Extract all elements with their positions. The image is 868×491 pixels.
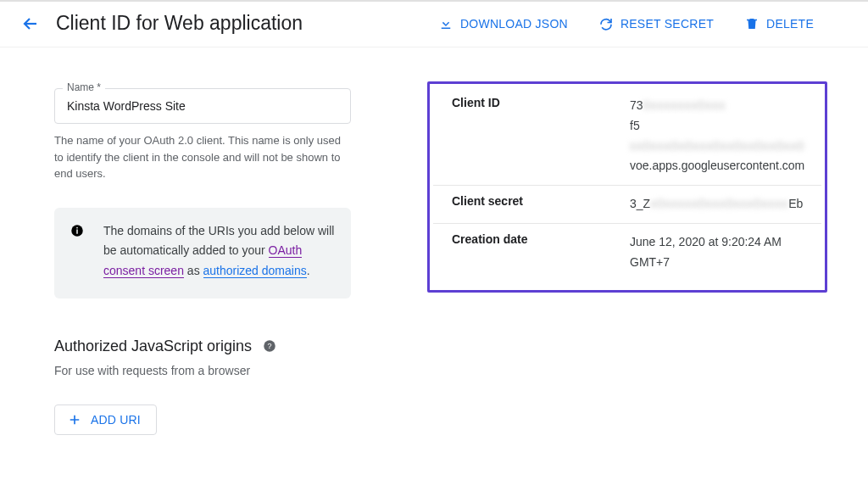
top-bar: Client ID for Web application DOWNLOAD J… (0, 0, 868, 47)
creation-date-row: Creation date June 12, 2020 at 9:20:24 A… (433, 223, 821, 282)
origins-title: Authorized JavaScript origins (54, 338, 252, 355)
authorized-domains-link[interactable]: authorized domains (203, 264, 307, 278)
svg-text:?: ? (268, 342, 272, 350)
add-uri-button[interactable]: ADD URI (54, 405, 157, 435)
content: Name * The name of your OAuth 2.0 client… (0, 47, 868, 435)
origins-title-row: Authorized JavaScript origins ? (54, 338, 351, 355)
client-id-label: Client ID (452, 96, 630, 109)
delete-button[interactable]: DELETE (744, 16, 814, 31)
refresh-icon (598, 16, 614, 31)
reset-secret-label: RESET SECRET (620, 17, 714, 31)
client-secret-row: Client secret 3_Zx0xxxxx0xxx0xxx0xxxxEb (433, 185, 821, 223)
help-icon[interactable]: ? (262, 338, 277, 354)
origins-subtitle: For use with requests from a browser (54, 364, 351, 377)
action-bar: DOWNLOAD JSON RESET SECRET DELETE (438, 16, 848, 31)
back-button[interactable] (20, 14, 41, 34)
name-input[interactable] (54, 88, 351, 124)
info-mid: as (184, 264, 203, 277)
svg-rect-2 (76, 226, 78, 228)
page-title: Client ID for Web application (56, 12, 303, 35)
client-secret-label: Client secret (452, 194, 630, 208)
creation-date-value: June 12, 2020 at 9:20:24 AM GMT+7 (630, 232, 808, 273)
name-label: Name * (63, 81, 105, 93)
trash-icon (744, 16, 760, 31)
add-uri-label: ADD URI (91, 413, 141, 427)
svg-rect-1 (76, 229, 78, 233)
arrow-left-icon (20, 14, 41, 34)
right-column: Client ID 730xxxxxxx0xxx f5xx0xxx0x0xxx0… (427, 81, 848, 293)
name-field: Name * (54, 88, 351, 124)
info-suffix: . (307, 264, 310, 277)
info-message: The domains of the URIs you add below wi… (103, 221, 336, 282)
left-column: Name * The name of your OAuth 2.0 client… (54, 81, 351, 435)
credentials-panel: Client ID 730xxxxxxx0xxx f5xx0xxx0x0xxx0… (427, 81, 827, 293)
plus-icon (67, 412, 82, 427)
client-id-row: Client ID 730xxxxxxx0xxx f5xx0xxx0x0xxx0… (433, 92, 821, 185)
info-box: The domains of the URIs you add below wi… (54, 208, 351, 299)
client-id-value: 730xxxxxxx0xxx f5xx0xxx0x0xxx0xx0xx0xx0x… (630, 96, 808, 176)
delete-label: DELETE (766, 17, 814, 31)
download-json-button[interactable]: DOWNLOAD JSON (438, 16, 568, 31)
download-json-label: DOWNLOAD JSON (460, 17, 568, 31)
name-helper: The name of your OAuth 2.0 client. This … (54, 132, 351, 182)
creation-date-label: Creation date (452, 232, 630, 246)
download-icon (438, 16, 453, 31)
client-secret-value: 3_Zx0xxxxx0xxx0xxx0xxxxEb (630, 194, 803, 215)
info-icon (70, 223, 85, 238)
reset-secret-button[interactable]: RESET SECRET (598, 16, 714, 31)
